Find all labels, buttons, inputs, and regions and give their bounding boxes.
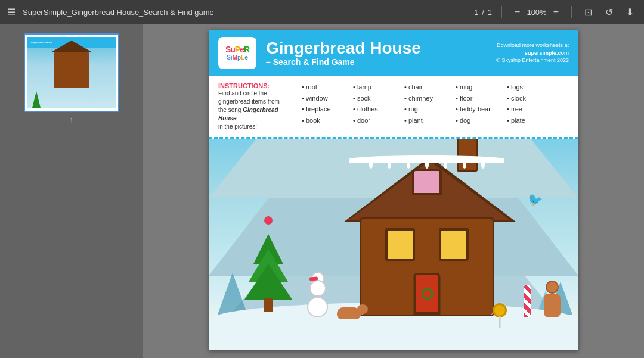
door <box>414 273 441 315</box>
window-right <box>439 228 469 261</box>
toolbar: ☰ SuperSimple_Gingerbread House_Search &… <box>0 0 644 24</box>
word-teddy-bear: teddy bear <box>456 104 497 114</box>
divider-2 <box>571 6 572 18</box>
fit-page-button[interactable]: ⊡ <box>581 5 595 19</box>
pagination: 1 / 1 <box>474 8 492 17</box>
word-columns: roof window fireplace book lamp sock clo… <box>302 82 569 131</box>
icicle-7 <box>481 161 485 169</box>
header-subtitle: – Search & Find Game <box>266 57 487 67</box>
word-tree: tree <box>507 104 549 114</box>
word-dog: dog <box>456 116 497 126</box>
word-door: door <box>353 116 395 126</box>
thumb-roof <box>51 41 92 52</box>
zoom-level: 100% <box>527 8 546 17</box>
dog-body <box>337 307 361 319</box>
logo-text: SuPeR SiMpLe <box>225 45 249 61</box>
snowman-hat <box>309 276 318 281</box>
icicle-5 <box>444 161 447 169</box>
gingerbread-house <box>343 172 510 315</box>
word-column-3: chair chimney rug plant <box>404 82 446 131</box>
menu-icon[interactable]: ☰ <box>7 7 16 18</box>
word-column-5: logs clock tree plate <box>507 82 549 131</box>
candy-cane <box>524 285 531 317</box>
zoom-in-button[interactable]: + <box>550 5 562 18</box>
instructions-label: INSTRUCTIONS: <box>218 82 296 89</box>
thumbnail-page-number: 1 <box>70 117 74 125</box>
total-pages: 1 <box>488 8 492 17</box>
icicle-3 <box>407 161 410 169</box>
word-plant: plant <box>404 116 446 126</box>
gingerbread-man-body <box>544 294 561 317</box>
header-main-title: Gingerbread House <box>266 39 487 58</box>
logo-super: SuPeR <box>225 45 249 54</box>
document-title: SuperSimple_Gingerbread House_Search & F… <box>23 8 467 17</box>
instructions-text: Find and circle the gingerbread items fr… <box>218 89 296 131</box>
thumb-scene <box>27 52 116 108</box>
logo-simple: SiMpLe <box>225 54 249 61</box>
thumb-title: Gingerbread House <box>30 41 52 44</box>
zoom-controls: − 100% + <box>512 5 562 18</box>
snowman <box>307 275 328 317</box>
main-area: Gingerbread House 1 SuPeR <box>0 24 644 358</box>
illustration: 🐦 <box>209 139 578 350</box>
word-column-2: lamp sock clothes door <box>353 82 395 131</box>
word-floor: floor <box>456 94 497 104</box>
word-window: window <box>302 94 343 104</box>
dog <box>337 307 361 319</box>
thumb-house <box>54 52 89 88</box>
inst-text3: the song <box>218 107 241 113</box>
icicle-1 <box>369 161 373 169</box>
word-column-4: mug floor teddy bear dog <box>456 82 497 131</box>
current-page: 1 <box>474 8 478 17</box>
page-header: SuPeR SiMpLe Gingerbread House – Search … <box>209 30 578 76</box>
word-fireplace: fireplace <box>302 104 343 114</box>
header-website: supersimple.com <box>496 49 569 57</box>
bg-tree-left <box>218 273 247 315</box>
sidebar: Gingerbread House 1 <box>0 24 143 358</box>
word-lamp: lamp <box>353 82 395 92</box>
snowman-body-top <box>309 280 326 297</box>
instructions-column: INSTRUCTIONS: Find and circle the ginger… <box>218 82 296 131</box>
page-content: SuPeR SiMpLe Gingerbread House – Search … <box>209 30 578 350</box>
tree-top-ball <box>264 216 273 225</box>
word-column-1: roof window fireplace book <box>302 82 343 131</box>
word-plate: plate <box>507 116 549 126</box>
logo-box: SuPeR SiMpLe <box>218 37 256 69</box>
word-book: book <box>302 116 343 126</box>
thumbnail-image: Gingerbread House <box>27 37 116 108</box>
word-mug: mug <box>456 82 497 92</box>
zoom-out-button[interactable]: − <box>512 5 523 18</box>
icicles <box>361 161 493 169</box>
window-left <box>385 228 415 261</box>
word-clothes: clothes <box>353 104 395 114</box>
toolbar-right: ⬇ <box>623 5 637 19</box>
page-separator: / <box>482 8 484 17</box>
gingerbread-man <box>544 281 561 317</box>
inst-text1: Find and circle the <box>218 90 267 96</box>
icicle-2 <box>388 161 391 169</box>
word-sock: sock <box>353 94 395 104</box>
header-right: Download more worksheets at supersimple.… <box>496 42 569 64</box>
word-clock: clock <box>507 94 549 104</box>
snowman-body-bottom <box>307 297 328 317</box>
document-viewer[interactable]: SuPeR SiMpLe Gingerbread House – Search … <box>143 24 644 358</box>
history-button[interactable]: ↺ <box>602 5 616 19</box>
lollipop <box>493 303 507 317</box>
icicle-4 <box>425 161 429 169</box>
download-button[interactable]: ⬇ <box>623 5 637 19</box>
logo: SuPeR SiMpLe <box>225 45 249 61</box>
house-body <box>361 219 493 315</box>
door-wreath <box>421 288 433 300</box>
word-rug: rug <box>404 104 446 114</box>
word-chair: chair <box>404 82 446 92</box>
gingerbread-man-head <box>546 281 559 294</box>
header-title-block: Gingerbread House – Search & Find Game <box>266 39 487 67</box>
bird: 🐦 <box>527 191 544 208</box>
inst-text2: gingerbread items from <box>218 98 280 105</box>
header-tagline: Download more worksheets at <box>496 42 569 49</box>
thumb-tree <box>30 91 42 108</box>
page-thumbnail[interactable]: Gingerbread House <box>24 33 119 112</box>
word-list-section: INSTRUCTIONS: Find and circle the ginger… <box>209 76 578 139</box>
tree-trunk <box>264 298 273 312</box>
divider-1 <box>501 6 502 18</box>
